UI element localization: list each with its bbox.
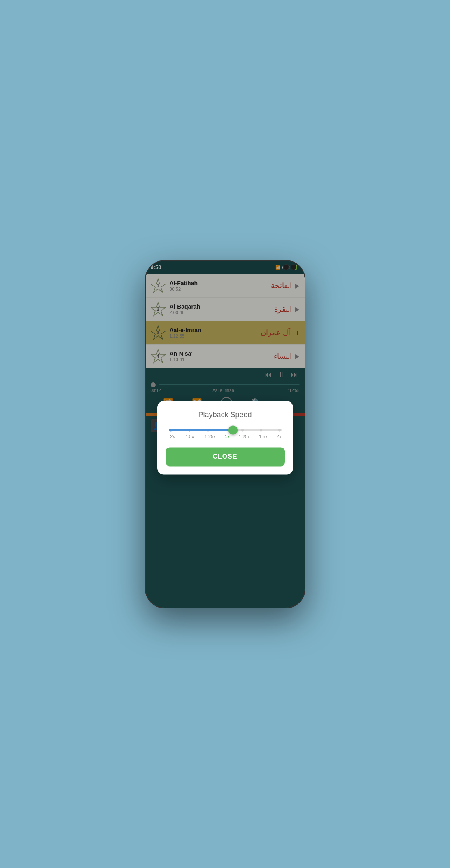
- speed-label-6: 2x: [277, 434, 282, 439]
- modal-overlay[interactable]: Playback Speed: [146, 261, 305, 608]
- playback-speed-dialog: Playback Speed: [157, 401, 293, 474]
- phone-frame: 9:50 📶 67% 🔋 1: [145, 260, 305, 608]
- dot-2: [207, 429, 209, 431]
- speed-label-1: -1.5x: [184, 434, 194, 439]
- dot-4: [241, 429, 244, 431]
- dot-0: [170, 429, 172, 431]
- dot-1: [188, 429, 191, 431]
- speed-label-4: 1.25x: [239, 434, 250, 439]
- slider-thumb[interactable]: [228, 425, 238, 434]
- speed-label-5: 1.5x: [259, 434, 268, 439]
- speed-label-3: 1x: [225, 434, 230, 439]
- dot-6: [278, 429, 281, 431]
- dialog-title: Playback Speed: [166, 411, 285, 419]
- close-button[interactable]: CLOSE: [166, 447, 285, 466]
- slider-track: [169, 429, 282, 431]
- phone-screen: 9:50 📶 67% 🔋 1: [146, 261, 305, 608]
- slider-dots: [169, 429, 282, 431]
- screen-content: 9:50 📶 67% 🔋 1: [146, 261, 305, 608]
- speed-slider[interactable]: -2x -1.5x -1.25x 1x 1.25x 1.5x 2x: [169, 429, 282, 439]
- slider-labels: -2x -1.5x -1.25x 1x 1.25x 1.5x 2x: [169, 434, 282, 439]
- dot-5: [260, 429, 262, 431]
- speed-label-0: -2x: [169, 434, 175, 439]
- speed-label-2: -1.25x: [203, 434, 216, 439]
